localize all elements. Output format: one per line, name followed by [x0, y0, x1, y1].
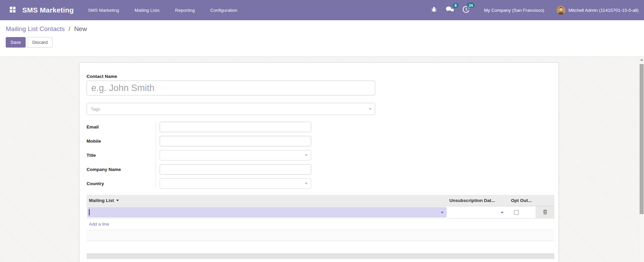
- menu-reporting[interactable]: Reporting: [175, 8, 195, 13]
- menu-mailing-lists[interactable]: Mailing Lists: [134, 8, 159, 13]
- scrollbar-thumb[interactable]: [640, 64, 644, 214]
- main-menu: SMS Marketing Mailing Lists Reporting Co…: [88, 8, 253, 13]
- add-a-line-link[interactable]: Add a line: [87, 222, 109, 227]
- mailing-list-combobox[interactable]: [87, 207, 447, 217]
- control-panel-buttons: Save Discard: [6, 37, 644, 48]
- mobile-input[interactable]: [160, 136, 311, 146]
- app-name[interactable]: SMS Marketing: [22, 6, 74, 14]
- unsubscription-date-caret-down-icon[interactable]: [501, 212, 504, 213]
- debug-menu-button[interactable]: [431, 6, 437, 14]
- email-label: Email: [87, 124, 153, 129]
- company-name-input[interactable]: [160, 164, 311, 175]
- opt-out-cell: [511, 206, 536, 218]
- breadcrumb-parent-link[interactable]: Mailing List Contacts: [6, 25, 65, 32]
- table-header-row: Mailing List Unsubscription Dat... Opt O…: [87, 195, 554, 206]
- sort-caret-down-icon: [116, 200, 119, 201]
- breadcrumb: Mailing List Contacts / New: [6, 25, 644, 33]
- mailing-list-table: Mailing List Unsubscription Dat... Opt O…: [87, 195, 554, 253]
- messages-count-badge: 8: [453, 3, 458, 8]
- tags-input[interactable]: [87, 103, 375, 115]
- table-edit-row: [87, 206, 554, 219]
- vertical-scrollbar[interactable]: [639, 57, 644, 262]
- column-header-opt-out[interactable]: Opt Out...: [511, 198, 536, 203]
- user-menu-button[interactable]: Mitchell Admin (11415701-15-0-all): [556, 6, 639, 15]
- form-field-group: Email Mobile Title Company Name: [87, 120, 396, 191]
- tags-field: [87, 103, 375, 115]
- column-header-mailing-list[interactable]: Mailing List: [87, 198, 449, 203]
- title-select[interactable]: [160, 150, 311, 161]
- mailing-list-header-label: Mailing List: [89, 198, 114, 203]
- table-bottom-space: [87, 241, 554, 253]
- trash-icon: [543, 209, 547, 215]
- empty-table-row: [87, 230, 554, 241]
- control-panel: Mailing List Contacts / New Save Discard: [0, 20, 644, 57]
- contact-name-input[interactable]: [87, 81, 375, 95]
- chat-icon: [446, 6, 454, 14]
- mailing-list-cell: [87, 206, 449, 218]
- company-switcher[interactable]: My Company (San Francisco): [484, 8, 544, 13]
- apps-grid-icon: [10, 7, 15, 14]
- email-input[interactable]: [160, 122, 311, 132]
- field-row-company-name: Company Name: [87, 162, 396, 176]
- title-caret-down-icon[interactable]: [305, 154, 308, 156]
- bug-icon: [431, 6, 437, 14]
- mobile-label: Mobile: [87, 139, 153, 144]
- activities-menu-button[interactable]: 24: [462, 6, 470, 14]
- activities-count-badge: 24: [467, 3, 475, 8]
- title-label: Title: [87, 153, 153, 158]
- content-area: Contact Name Email Mobile Title: [0, 57, 644, 262]
- country-label: Country: [87, 181, 153, 186]
- messages-menu-button[interactable]: 8: [446, 6, 454, 14]
- top-navbar: SMS Marketing SMS Marketing Mailing List…: [0, 0, 644, 20]
- unsubscription-date-cell[interactable]: [449, 206, 511, 218]
- breadcrumb-separator: /: [67, 25, 72, 32]
- mailing-list-input[interactable]: [87, 207, 447, 217]
- contact-name-label: Contact Name: [87, 74, 554, 79]
- country-caret-down-icon[interactable]: [305, 183, 308, 184]
- field-row-email: Email: [87, 120, 396, 134]
- navbar-right: 8 24 My Company (San Francisco): [422, 6, 639, 15]
- field-row-country: Country: [87, 176, 396, 191]
- country-select[interactable]: [160, 178, 311, 189]
- odoo-window: SMS Marketing SMS Marketing Mailing List…: [0, 0, 644, 262]
- field-row-mobile: Mobile: [87, 134, 396, 148]
- scroll-up-arrow-icon[interactable]: [640, 59, 643, 61]
- column-header-unsubscription-date[interactable]: Unsubscription Dat...: [449, 198, 511, 203]
- tags-caret-down-icon[interactable]: [369, 108, 372, 110]
- breadcrumb-current: New: [74, 25, 87, 32]
- add-line-row: Add a line: [87, 219, 554, 230]
- menu-sms-marketing[interactable]: SMS Marketing: [88, 8, 119, 13]
- apps-menu-button[interactable]: [7, 4, 18, 16]
- avatar: [556, 6, 566, 15]
- mailing-list-caret-down-icon[interactable]: [441, 212, 444, 213]
- discard-button[interactable]: Discard: [28, 37, 53, 48]
- section-divider: [87, 253, 554, 259]
- navbar-left: SMS Marketing SMS Marketing Mailing List…: [5, 4, 253, 16]
- menu-configuration[interactable]: Configuration: [210, 8, 237, 13]
- delete-row-button[interactable]: [536, 206, 554, 218]
- company-name-label: Company Name: [87, 167, 153, 172]
- user-name: Mitchell Admin (11415701-15-0-all): [569, 8, 639, 13]
- save-button[interactable]: Save: [6, 37, 26, 48]
- opt-out-checkbox[interactable]: [514, 210, 519, 215]
- field-row-title: Title: [87, 148, 396, 162]
- form-sheet: Contact Name Email Mobile Title: [79, 62, 559, 262]
